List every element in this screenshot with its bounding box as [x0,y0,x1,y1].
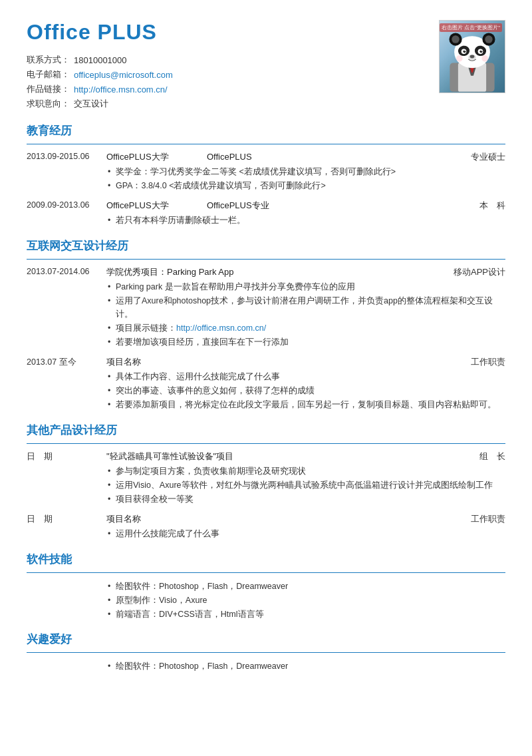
inet-project-1: 学院优秀项目：Parking Park App [106,266,233,278]
svg-point-7 [452,35,460,43]
project-link-1[interactable]: http://office.msn.com.cn/ [176,323,266,333]
list-item: 运用Visio、Axure等软件，对红外与微光两种瞄具试验系统中高低温箱进行设计… [106,478,505,492]
inet-date-2: 2013.07 至今 [27,356,106,368]
phone-value: 18010001000 [74,53,177,67]
skills-divider [27,572,505,573]
edu-header-2: OfficePLUS大学 OfficePLUS专业 本 科 [106,200,505,212]
list-item: 运用什么技能完成了什么事 [106,527,505,540]
list-item: 参与制定项目方案，负责收集前期理论及研究现状 [106,465,505,478]
hobbies-bullets: 绘图软件：Photoshop，Flash，Dreamweaver [106,660,505,673]
inet-role-2: 工作职责 [471,356,505,368]
edu-content-1: OfficePLUS大学 OfficePLUS 专业硕士 奖学金：学习优秀奖学金… [106,151,505,193]
list-item: GPA：3.8/4.0 <若成绩优异建议填写，否则可删除此行> [106,179,505,192]
inet-project-2: 项目名称 [106,356,141,368]
other-date-1: 日 期 [27,451,106,463]
inet-role-1: 移动APP设计 [454,266,505,278]
hobbies-section: 兴趣爱好 绘图软件：Photoshop，Flash，Dreamweaver [27,632,505,673]
svg-point-16 [481,51,482,52]
internet-exp-divider [27,259,505,260]
inet-content-1: 学院优秀项目：Parking Park App 移动APP设计 Parking … [106,266,505,349]
inet-date-1: 2013.07-2014.06 [27,266,106,276]
hobbies-content: 绘图软件：Photoshop，Flash，Dreamweaver [27,660,505,673]
other-entry-2: 日 期 项目名称 工作职责 运用什么技能完成了什么事 [27,513,505,541]
edu-role-2: 本 科 [479,200,505,212]
other-header-1: "轻武器瞄具可靠性试验设备"项目 组 长 [106,451,505,463]
internet-exp-section: 互联网交互设计经历 2013.07-2014.06 学院优秀项目：Parking… [27,238,505,412]
edu-org-major-1: OfficePLUS大学 OfficePLUS [106,151,252,163]
header-left: Office PLUS 联系方式： 18010001000 电子邮箱： offi… [27,20,439,111]
other-date-2: 日 期 [27,513,106,525]
inet-bullets-2: 具体工作内容、运用什么技能完成了什么事 突出的事迹、该事件的意义如何，获得了怎样… [106,370,505,411]
edu-content-2: OfficePLUS大学 OfficePLUS专业 本 科 若只有本科学历请删除… [106,200,505,228]
list-item: Parking park 是一款旨在帮助用户寻找并分享免费停车位的应用 [106,280,505,293]
inet-header-2: 项目名称 工作职责 [106,356,505,368]
list-item: 奖学金：学习优秀奖学金二等奖 <若成绩优异建议填写，否则可删除此行> [106,165,505,178]
email-label: 电子邮箱： [27,67,74,82]
intention-value: 交互设计 [74,96,177,111]
edu-header-1: OfficePLUS大学 OfficePLUS 专业硕士 [106,151,505,163]
other-project-1: "轻武器瞄具可靠性试验设备"项目 [106,451,233,463]
list-item: 绘图软件：Photoshop，Flash，Dreamweaver [106,660,505,673]
other-bullets-2: 运用什么技能完成了什么事 [106,527,505,540]
hobbies-divider [27,652,505,653]
inet-entry-2: 2013.07 至今 项目名称 工作职责 具体工作内容、运用什么技能完成了什么事… [27,356,505,412]
svg-point-15 [464,51,466,52]
edu-major-2: OfficePLUS专业 [207,200,269,210]
inet-bullets-1: Parking park 是一款旨在帮助用户寻找并分享免费停车位的应用 运用了A… [106,280,505,349]
website-label: 作品链接： [27,82,74,96]
skills-section: 软件技能 绘图软件：Photoshop，Flash，Dreamweaver 原型… [27,552,505,621]
intention-label: 求职意向： [27,96,74,111]
other-role-2: 工作职责 [471,513,505,525]
list-item: 项目获得全校一等奖 [106,492,505,506]
email-link[interactable]: officeplus@microsoft.com [74,70,173,80]
edu-bullets-2: 若只有本科学历请删除硕士一栏。 [106,214,505,227]
edu-bullets-1: 奖学金：学习优秀奖学金二等奖 <若成绩优异建议填写，否则可删除此行> GPA：3… [106,165,505,192]
list-item: 具体工作内容、运用什么技能完成了什么事 [106,370,505,383]
other-content-2: 项目名称 工作职责 运用什么技能完成了什么事 [106,513,505,541]
list-item: 绘图软件：Photoshop，Flash，Dreamweaver [106,580,505,593]
svg-point-19 [456,55,463,62]
other-entry-1: 日 期 "轻武器瞄具可靠性试验设备"项目 组 长 参与制定项目方案，负责收集前期… [27,451,505,506]
other-exp-title: 其他产品设计经历 [27,423,505,438]
skills-title: 软件技能 [27,552,505,567]
list-item: 项目展示链接：http://office.msn.com.cn/ [106,321,505,335]
education-title: 教育经历 [27,123,505,138]
other-project-2: 项目名称 [106,513,141,525]
edu-org-2: OfficePLUS大学 [106,200,169,210]
edu-date-1: 2013.09-2015.06 [27,151,106,161]
other-role-1: 组 长 [479,451,505,463]
photo-placeholder: 右击图片 点击"更换图片" [440,21,505,93]
hobbies-title: 兴趣爱好 [27,632,505,647]
education-section: 教育经历 2013.09-2015.06 OfficePLUS大学 Office… [27,123,505,228]
list-item: 原型制作：Visio，Axure [106,594,505,607]
skills-content: 绘图软件：Photoshop，Flash，Dreamweaver 原型制作：Vi… [27,580,505,621]
photo-watermark: 右击图片 点击"更换图片" [440,23,502,32]
edu-major-1: OfficePLUS [207,152,252,162]
other-content-1: "轻武器瞄具可靠性试验设备"项目 组 长 参与制定项目方案，负责收集前期理论及研… [106,451,505,506]
page-title: Office PLUS [27,20,439,45]
inet-entry-1: 2013.07-2014.06 学院优秀项目：Parking Park App … [27,266,505,349]
header-section: Office PLUS 联系方式： 18010001000 电子邮箱： offi… [27,20,505,111]
website-link[interactable]: http://office.msn.com.cn/ [74,85,168,94]
list-item: 运用了Axure和photoshop技术，参与设计前潜在用户调研工作，并负责ap… [106,294,505,321]
other-header-2: 项目名称 工作职责 [106,513,505,525]
profile-photo: 右击图片 点击"更换图片" [439,20,505,93]
other-exp-section: 其他产品设计经历 日 期 "轻武器瞄具可靠性试验设备"项目 组 长 参与制定项目… [27,423,505,541]
svg-point-18 [470,55,475,59]
edu-org-major-2: OfficePLUS大学 OfficePLUS专业 [106,200,269,212]
other-bullets-1: 参与制定项目方案，负责收集前期理论及研究现状 运用Visio、Axure等软件，… [106,465,505,506]
list-item: 若要添加新项目，将光标定位在此段文字最后，回车另起一行，复制项目标题、项目内容粘… [106,398,505,411]
edu-role-1: 专业硕士 [471,151,505,163]
svg-point-8 [485,35,493,43]
phone-label: 联系方式： [27,53,74,67]
inet-content-2: 项目名称 工作职责 具体工作内容、运用什么技能完成了什么事 突出的事迹、该事件的… [106,356,505,412]
list-item: 前端语言：DIV+CSS语言，Html语言等 [106,608,505,621]
list-item: 若只有本科学历请删除硕士一栏。 [106,214,505,227]
edu-entry-1: 2013.09-2015.06 OfficePLUS大学 OfficePLUS … [27,151,505,193]
list-item: 若要增加该项目经历，直接回车在下一行添加 [106,335,505,349]
internet-exp-title: 互联网交互设计经历 [27,238,505,254]
edu-org-1: OfficePLUS大学 [106,152,169,162]
contact-table: 联系方式： 18010001000 电子邮箱： officeplus@micro… [27,53,177,111]
other-exp-divider [27,443,505,444]
inet-header-1: 学院优秀项目：Parking Park App 移动APP设计 [106,266,505,278]
